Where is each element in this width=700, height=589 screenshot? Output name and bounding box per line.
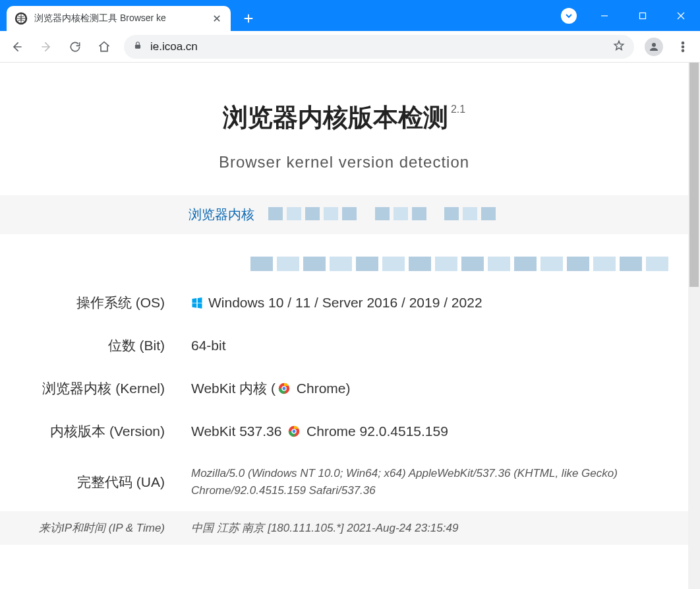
page-title: 浏览器内核版本检测2.1 [223, 101, 465, 135]
window-minimize-button[interactable] [585, 0, 624, 31]
value-version-prefix: WebKit 537.36 [191, 423, 285, 439]
windows-icon [191, 296, 203, 308]
svg-point-7 [682, 49, 684, 51]
browser-toolbar: ie.icoa.cn [0, 31, 700, 63]
chrome-icon [288, 425, 300, 437]
address-bar[interactable]: ie.icoa.cn [124, 35, 634, 59]
label-ua: 完整代码 (UA) [0, 453, 178, 511]
tab-title: 浏览器内核检测工具 Browser ke [34, 13, 204, 24]
row-bit: 位数 (Bit) 64-bit [0, 325, 688, 367]
svg-point-6 [682, 46, 684, 47]
svg-point-10 [283, 387, 286, 390]
value-kernel-browser: Chrome) [293, 381, 351, 396]
value-kernel: WebKit 内核 ( Chrome) [178, 367, 688, 410]
scrollbar-thumb[interactable] [689, 63, 699, 287]
window-close-button[interactable] [662, 0, 700, 31]
bookmark-star-icon[interactable] [613, 40, 625, 54]
home-button[interactable] [91, 34, 117, 60]
page-subtitle: Browser kernel version detection [13, 153, 675, 171]
reload-button[interactable] [62, 34, 88, 60]
page-content: 浏览器内核版本检测2.1 Browser kernel version dete… [0, 63, 688, 545]
nav-link-kernel[interactable]: 浏览器内核 [189, 207, 254, 222]
forward-button[interactable] [33, 34, 59, 60]
account-dropdown-icon[interactable] [552, 0, 585, 31]
nav-redacted-3 [444, 207, 500, 224]
page-header: 浏览器内核版本检测2.1 Browser kernel version dete… [0, 63, 688, 195]
svg-rect-3 [135, 44, 140, 48]
window-titlebar: 浏览器内核检测工具 Browser ke [0, 0, 700, 31]
row-os: 操作系统 (OS) Windows 10 / 11 / Server 2016 … [0, 282, 688, 325]
tab-strip: 浏览器内核检测工具 Browser ke [0, 0, 258, 31]
nav-redacted-1 [268, 207, 361, 224]
page-viewport: 浏览器内核版本检测2.1 Browser kernel version dete… [0, 63, 700, 589]
row-ua: 完整代码 (UA) Mozilla/5.0 (Windows NT 10.0; … [0, 453, 688, 511]
value-ip-time: 中国 江苏 南京 [180.111.105.*] 2021-Aug-24 23:… [178, 511, 688, 545]
svg-point-5 [682, 42, 684, 44]
tab-favicon-icon [15, 12, 28, 25]
row-version: 内核版本 (Version) WebKit 537.36 Chrome 92.0… [0, 410, 688, 453]
lock-icon[interactable] [133, 41, 142, 53]
browser-tab[interactable]: 浏览器内核检测工具 Browser ke [7, 6, 231, 31]
banner-redacted [0, 234, 688, 282]
value-ua: Mozilla/5.0 (Windows NT 10.0; Win64; x64… [178, 453, 688, 511]
svg-rect-2 [640, 13, 646, 18]
url-text: ie.icoa.cn [150, 40, 605, 53]
chrome-icon [278, 382, 290, 394]
page-version-sup: 2.1 [451, 104, 465, 115]
value-bit: 64-bit [178, 325, 688, 367]
row-ip-time: 来访IP和时间 (IP & Time) 中国 江苏 南京 [180.111.10… [0, 511, 688, 545]
kebab-menu-icon[interactable] [670, 34, 696, 60]
label-ip-time: 来访IP和时间 (IP & Time) [0, 511, 178, 545]
value-version-browser: Chrome 92.0.4515.159 [303, 423, 448, 439]
row-kernel: 浏览器内核 (Kernel) WebKit 内核 ( Chrome) [0, 367, 688, 410]
tab-close-icon[interactable] [211, 15, 223, 22]
scrollbar-track[interactable] [688, 63, 700, 589]
nav-redacted-2 [375, 207, 430, 224]
label-kernel: 浏览器内核 (Kernel) [0, 367, 178, 410]
label-bit: 位数 (Bit) [0, 325, 178, 367]
label-version: 内核版本 (Version) [0, 410, 178, 453]
window-caption-buttons [552, 0, 700, 31]
back-button[interactable] [4, 34, 30, 60]
svg-point-4 [652, 43, 656, 47]
nav-row: 浏览器内核 [0, 195, 688, 234]
label-os: 操作系统 (OS) [0, 282, 178, 325]
value-kernel-prefix: WebKit 内核 ( [191, 381, 276, 396]
value-os-text: Windows 10 / 11 / Server 2016 / 2019 / 2… [208, 295, 482, 310]
value-os: Windows 10 / 11 / Server 2016 / 2019 / 2… [178, 282, 688, 325]
info-table: 操作系统 (OS) Windows 10 / 11 / Server 2016 … [0, 282, 688, 545]
new-tab-button[interactable] [239, 9, 258, 28]
page-title-text: 浏览器内核版本检测 [223, 104, 448, 131]
value-version: WebKit 537.36 Chrome 92.0.4515.159 [178, 410, 688, 453]
window-maximize-button[interactable] [624, 0, 662, 31]
svg-point-13 [293, 430, 296, 433]
profile-avatar-icon[interactable] [645, 38, 663, 56]
